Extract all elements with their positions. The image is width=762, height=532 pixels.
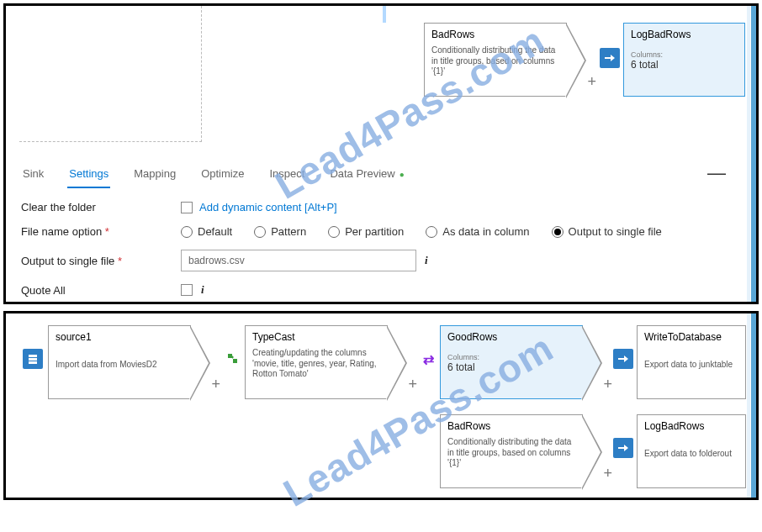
node-title: LogBadRows [624,24,744,42]
node-desc: Import data from MoviesD2 [49,345,190,374]
columns-label: Columns: [624,42,744,59]
radio-label: Default [198,225,232,238]
output-single-file-input[interactable] [181,250,416,271]
node-badrows[interactable]: BadRows Conditionally distributing the d… [424,23,567,97]
radio-as-data-in-column[interactable]: As data in column [426,225,529,238]
add-step-icon[interactable]: + [211,376,220,393]
sink-icon [600,48,620,68]
node-title: LogBadRows [638,415,745,434]
node-desc: Creating/updating the columns 'movie, ti… [246,345,387,383]
info-icon[interactable]: i [425,254,428,267]
sink-config-tabs: Sink Settings Mapping Optimize Inspect D… [6,157,756,188]
node-title: TypeCast [246,326,387,345]
source-icon [23,349,43,369]
node-goodrows[interactable]: GoodRows Columns: 6 total + [440,325,583,399]
dataflow-canvas-top[interactable]: BadRows Conditionally distributing the d… [6,6,756,157]
tab-settings[interactable]: Settings [67,162,110,188]
node-typecast[interactable]: TypeCast Creating/updating the columns '… [245,325,388,399]
node-desc: Conditionally distributing the data in t… [441,434,582,472]
radio-default[interactable]: Default [181,225,232,238]
node-title: WriteToDatabase [638,326,745,345]
tab-optimize[interactable]: Optimize [199,162,246,188]
radio-label: As data in column [442,225,529,238]
dataflow-canvas-bottom[interactable]: source1 Import data from MoviesD2 + Type… [6,313,756,498]
collapse-icon[interactable]: — [707,162,726,188]
file-name-option-radios: Default Pattern Per partition As data in… [181,225,662,238]
sink-icon [613,349,633,369]
status-dot-icon [395,167,405,180]
sink-icon [613,438,633,458]
quote-all-checkbox[interactable] [181,284,193,296]
clear-folder-label: Clear the folder [21,201,181,213]
node-logbadrows[interactable]: LogBadRows Export data to folderout [637,414,746,488]
columns-value: 6 total [624,59,744,71]
node-writetodatabase[interactable]: WriteToDatabase Export data to junktable [637,325,746,399]
radio-pattern[interactable]: Pattern [254,225,306,238]
tab-sink[interactable]: Sink [21,162,45,188]
node-source1[interactable]: source1 Import data from MoviesD2 + [48,325,191,399]
columns-label: Columns: [441,345,582,361]
node-badrows[interactable]: BadRows Conditionally distributing the d… [440,414,583,488]
tab-mapping[interactable]: Mapping [132,162,177,188]
node-title: BadRows [425,24,566,42]
node-title: BadRows [441,415,582,434]
clear-folder-checkbox[interactable] [181,202,193,213]
columns-value: 6 total [441,361,582,373]
tab-label: Data Preview [330,167,394,180]
settings-panel: Clear the folder Add dynamic content [Al… [6,188,756,311]
node-desc: Export data to junktable [638,345,745,374]
add-step-icon[interactable]: + [587,73,596,91]
add-step-icon[interactable]: + [603,465,612,482]
node-logbadrows[interactable]: LogBadRows Columns: 6 total [623,23,745,97]
radio-label: Output to single file [569,225,662,238]
node-desc: Export data to folderout [638,434,745,463]
conditional-split-icon: ⇄ [418,349,438,369]
radio-label: Per partition [345,225,404,238]
file-name-option-label: File name option [21,225,181,238]
add-step-icon[interactable]: + [408,376,417,393]
tab-data-preview[interactable]: Data Preview [328,162,405,188]
tab-inspect[interactable]: Inspect [267,162,306,188]
output-single-file-label: Output to single file [21,255,181,267]
node-title: GoodRows [441,326,582,345]
radio-label: Pattern [271,225,306,238]
node-title: source1 [49,326,190,345]
placeholder-box [19,6,202,142]
radio-per-partition[interactable]: Per partition [328,225,404,238]
add-step-icon[interactable]: + [603,376,612,393]
add-dynamic-content-link[interactable]: Add dynamic content [Alt+P] [199,201,337,213]
node-desc: Conditionally distributing the data in t… [425,42,566,81]
info-icon[interactable]: i [201,283,204,297]
quote-all-label: Quote All [21,284,181,297]
derived-column-icon [223,349,243,369]
radio-output-to-single-file[interactable]: Output to single file [552,225,662,238]
connector-line [383,6,386,23]
